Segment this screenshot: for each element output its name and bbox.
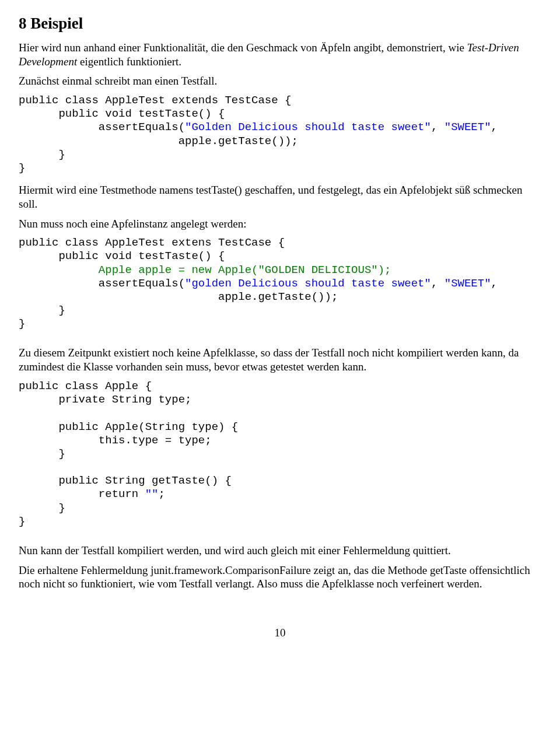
text-run: eigentlich funktioniert. <box>77 55 181 68</box>
code-string: "" <box>145 488 159 501</box>
code-line: , <box>431 277 444 290</box>
code-line: public void testTaste() { <box>19 107 225 120</box>
code-line: private String type; <box>19 393 191 406</box>
code-line: public class AppleTest extends TestCase … <box>19 94 291 107</box>
paragraph-nun-kann: Nun kann der Testfall kompiliert werden,… <box>19 544 541 558</box>
paragraph-intro: Hier wird nun anhand einer Funktionalitä… <box>19 41 541 69</box>
code-string: "SWEET" <box>444 277 491 290</box>
code-line: } <box>19 148 65 161</box>
code-line: public class AppleTest extens TestCase { <box>19 236 285 249</box>
paragraph-nun-muss: Nun muss noch eine Apfelinstanz angelegt… <box>19 217 541 231</box>
code-line: } <box>19 515 25 528</box>
page-number: 10 <box>19 626 541 640</box>
code-line: public void testTaste() { <box>19 250 225 262</box>
code-new-line: Apple apple = new Apple("GOLDEN DELICIOU… <box>19 264 391 276</box>
code-block-3: public class Apple { private String type… <box>19 380 541 528</box>
code-line: assertEquals( <box>19 277 185 290</box>
code-line: apple.getTaste()); <box>19 290 338 303</box>
code-line: return <box>19 488 145 501</box>
paragraph-fehlermeldung: Die erhaltene Fehlermeldung junit.framew… <box>19 564 541 592</box>
code-string: "Golden Delicious should taste sweet" <box>185 121 431 134</box>
code-block-2: public class AppleTest extens TestCase {… <box>19 236 541 331</box>
code-line: public String getTaste() { <box>19 474 232 487</box>
text-run: Hier wird nun anhand einer Funktionalitä… <box>19 41 467 54</box>
code-string: "SWEET" <box>444 121 491 134</box>
code-line: public Apple(String type) { <box>19 421 238 433</box>
code-line: } <box>19 317 25 330</box>
code-line: } <box>19 502 65 514</box>
paragraph-hiermit: Hiermit wird eine Testmethode namens tes… <box>19 183 541 211</box>
code-line: , <box>491 277 498 290</box>
code-line: , <box>491 121 498 134</box>
code-line: , <box>431 121 444 134</box>
code-line: public class Apple { <box>19 380 152 393</box>
paragraph-testfall: Zunächst einmal schreibt man einen Testf… <box>19 74 541 88</box>
code-line: } <box>19 162 25 174</box>
code-line: } <box>19 304 65 317</box>
code-block-1: public class AppleTest extends TestCase … <box>19 94 541 175</box>
code-line: } <box>19 447 65 460</box>
section-heading: 8 Beispiel <box>19 14 541 34</box>
code-line: ; <box>158 488 164 501</box>
code-string: "golden Delicious should taste sweet" <box>185 277 431 290</box>
code-line: this.type = type; <box>19 434 212 447</box>
code-line: apple.getTaste()); <box>19 135 298 148</box>
code-line: assertEquals( <box>19 121 185 134</box>
paragraph-zeitpunkt: Zu diesem Zeitpunkt existiert noch keine… <box>19 346 541 374</box>
